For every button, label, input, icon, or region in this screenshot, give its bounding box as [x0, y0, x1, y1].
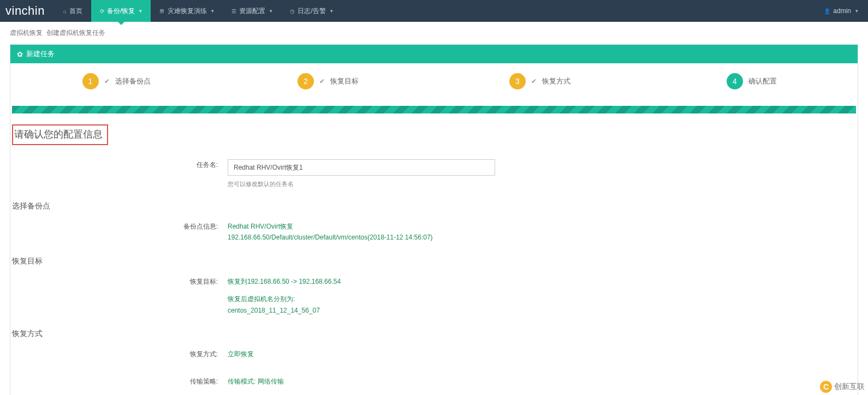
breadcrumb: 虚拟机恢复 创建虚拟机恢复任务: [0, 22, 868, 44]
section-backup-point-title: 选择备份点: [12, 194, 856, 217]
check-icon: ✔: [104, 77, 110, 85]
wizard-step-1[interactable]: 1 ✔ 选择备份点: [10, 73, 222, 89]
breadcrumb-item: 创建虚拟机恢复任务: [46, 29, 105, 37]
restore-target-line1: 恢复到192.168.66.50 -> 192.168.66.54: [228, 276, 856, 287]
task-name-value-wrap: 您可以修改默认的任务名: [228, 157, 856, 188]
nav-resource-label: 资源配置: [239, 7, 265, 16]
user-menu[interactable]: 👤 admin ▾: [824, 7, 868, 15]
section-restore-target-title: 恢复目标: [12, 249, 856, 272]
step-label: 恢复方式: [542, 76, 570, 86]
content-area: 请确认您的配置信息 任务名: 您可以修改默认的任务名 选择备份点 备份点信息: …: [10, 124, 858, 395]
task-name-hint: 您可以修改默认的任务名: [228, 180, 856, 188]
nav-backup-restore[interactable]: ⟳ 备份/恢复 ▾: [91, 0, 151, 22]
nav-home-label: 首页: [69, 7, 82, 16]
transport-label: 传输策略:: [12, 374, 228, 386]
home-icon: ⌂: [63, 8, 67, 14]
wizard-steps: 1 ✔ 选择备份点 2 ✔ 恢复目标 3 ✔ 恢复方式 4 确认配置: [10, 63, 858, 106]
panel-body: 1 ✔ 选择备份点 2 ✔ 恢复目标 3 ✔ 恢复方式 4 确认配置 请确认您的…: [10, 63, 858, 395]
wizard-step-4: 4 确认配置: [646, 73, 858, 89]
step-label: 确认配置: [748, 76, 777, 86]
transport-row: 传输策略: 传输模式: 网络传输: [12, 372, 856, 389]
backup-point-line2: 192.168.66.50/Default/cluster/Default/vm…: [228, 232, 856, 243]
main-panel: ✿ 新建任务 1 ✔ 选择备份点 2 ✔ 恢复目标 3 ✔ 恢复方式 4 确认配…: [10, 44, 858, 395]
step-number: 4: [727, 73, 743, 89]
step-label: 选择备份点: [115, 76, 151, 86]
restore-target-line3: centos_2018_11_12_14_56_07: [228, 305, 856, 316]
step-number: 1: [82, 73, 99, 89]
chevron-down-icon: ▾: [139, 8, 142, 14]
section-restore-mode-title: 恢复方式: [12, 321, 856, 344]
restore-target-row: 恢复目标: 恢复到192.168.66.50 -> 192.168.66.54 …: [12, 272, 856, 318]
user-icon: 👤: [824, 8, 830, 14]
wizard-step-3[interactable]: 3 ✔ 恢复方式: [434, 73, 646, 89]
navbar-left: vinchin ⌂ 首页 ⟳ 备份/恢复 ▾ ⛨ 灾难恢复演练 ▾ ☰ 资源配置…: [0, 0, 342, 22]
refresh-icon: ⟳: [100, 8, 104, 14]
transport-value: 传输模式: 网络传输: [228, 374, 856, 387]
restore-mode-row: 恢复方式: 立即恢复: [12, 344, 856, 362]
panel-title: 新建任务: [26, 49, 55, 59]
confirm-title: 请确认您的配置信息: [12, 124, 108, 145]
panel-header: ✿ 新建任务: [10, 45, 858, 63]
task-name-label: 任务名:: [12, 157, 228, 170]
restore-target-label: 恢复目标:: [12, 274, 228, 286]
task-name-row: 任务名: 您可以修改默认的任务名: [12, 155, 856, 190]
shield-icon: ⛨: [159, 8, 165, 14]
chevron-down-icon: ▾: [211, 8, 214, 14]
step-label: 恢复目标: [330, 76, 359, 86]
step-number: 2: [298, 73, 314, 89]
watermark: C 创新互联: [820, 381, 865, 393]
breadcrumb-item[interactable]: 虚拟机恢复: [10, 29, 43, 37]
gear-icon: ✿: [17, 50, 23, 58]
nav-backup-label: 备份/恢复: [107, 7, 135, 16]
user-name: admin: [833, 7, 851, 15]
backup-point-value: Redhat RHV/Ovirt恢复 192.168.66.50/Default…: [228, 219, 856, 243]
backup-point-line1: Redhat RHV/Ovirt恢复: [228, 221, 856, 232]
watermark-text: 创新互联: [834, 382, 865, 392]
nav-items: ⌂ 首页 ⟳ 备份/恢复 ▾ ⛨ 灾难恢复演练 ▾ ☰ 资源配置 ▾ ◷ 日志/…: [55, 0, 342, 22]
chevron-down-icon: ▾: [855, 8, 858, 14]
step-number: 3: [509, 73, 526, 89]
restore-target-line2: 恢复后虚拟机名分别为:: [228, 294, 856, 304]
brand-logo: vinchin: [0, 4, 55, 18]
nav-log-alert[interactable]: ◷ 日志/告警 ▾: [281, 0, 341, 22]
restore-mode-label: 恢复方式:: [12, 346, 228, 359]
top-navbar: vinchin ⌂ 首页 ⟳ 备份/恢复 ▾ ⛨ 灾难恢复演练 ▾ ☰ 资源配置…: [0, 0, 868, 22]
task-name-input[interactable]: [228, 159, 495, 176]
backup-point-label: 备份点信息:: [12, 219, 228, 231]
nav-dr-drill[interactable]: ⛨ 灾难恢复演练 ▾: [151, 0, 223, 22]
nav-log-label: 日志/告警: [298, 7, 325, 16]
chevron-down-icon: ▾: [270, 8, 272, 14]
check-icon: ✔: [531, 77, 537, 85]
stack-icon: ☰: [231, 8, 236, 14]
nav-dr-label: 灾难恢复演练: [168, 7, 207, 16]
backup-point-row: 备份点信息: Redhat RHV/Ovirt恢复 192.168.66.50/…: [12, 217, 856, 246]
wizard-step-2[interactable]: 2 ✔ 恢复目标: [222, 73, 434, 89]
check-icon: ✔: [319, 77, 325, 85]
restore-target-value: 恢复到192.168.66.50 -> 192.168.66.54 恢复后虚拟机…: [228, 274, 856, 316]
watermark-icon: C: [820, 381, 832, 393]
clock-icon: ◷: [290, 8, 295, 14]
progress-bar: [12, 106, 856, 113]
chevron-down-icon: ▾: [330, 8, 333, 14]
nav-resource[interactable]: ☰ 资源配置 ▾: [223, 0, 281, 22]
nav-home[interactable]: ⌂ 首页: [55, 0, 91, 22]
restore-mode-value: 立即恢复: [228, 346, 856, 360]
